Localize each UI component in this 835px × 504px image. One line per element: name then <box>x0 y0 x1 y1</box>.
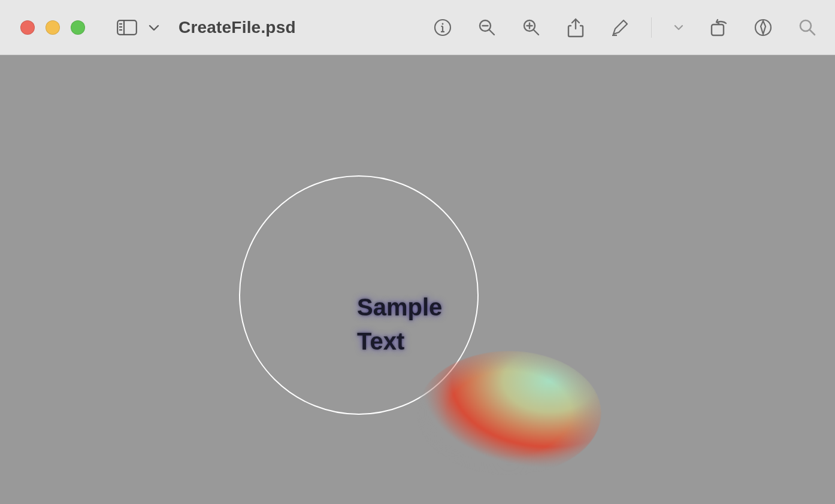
highlight-icon <box>754 19 772 37</box>
sidebar-menu-button[interactable] <box>145 14 163 41</box>
rotate-left-icon <box>710 18 728 37</box>
left-toolbar-group <box>114 14 163 41</box>
info-icon <box>434 19 452 37</box>
highlight-button[interactable] <box>750 14 776 41</box>
toolbar-separator <box>651 17 652 38</box>
share-icon <box>567 17 584 38</box>
window-close-button[interactable] <box>20 20 35 35</box>
zoom-out-button[interactable] <box>474 14 500 41</box>
chevron-down-icon <box>674 25 683 31</box>
svg-line-14 <box>534 30 538 35</box>
window-minimize-button[interactable] <box>46 20 60 35</box>
search-icon <box>798 19 816 37</box>
chevron-down-icon <box>149 24 159 31</box>
svg-point-6 <box>442 23 444 25</box>
window-titlebar: CreateFile.psd <box>0 0 835 55</box>
document-title: CreateFile.psd <box>179 18 296 37</box>
canvas-sample-text: Sample Text <box>357 290 442 359</box>
pencil-icon <box>610 18 630 37</box>
sidebar-icon <box>117 20 137 35</box>
svg-line-11 <box>489 30 494 35</box>
zoom-in-button[interactable] <box>518 14 544 41</box>
sidebar-toggle-button[interactable] <box>114 14 140 41</box>
window-traffic-lights <box>20 20 85 35</box>
window-zoom-button[interactable] <box>71 20 85 35</box>
rotate-left-button[interactable] <box>706 14 732 41</box>
markup-menu-button[interactable] <box>670 14 688 41</box>
right-toolbar-group <box>429 14 821 41</box>
search-button[interactable] <box>794 14 821 41</box>
zoom-out-icon <box>478 19 496 37</box>
svg-rect-19 <box>712 25 724 35</box>
canvas-gradient-ellipse <box>417 351 601 475</box>
share-button[interactable] <box>562 14 589 41</box>
document-canvas[interactable]: Sample Text <box>0 55 835 504</box>
markup-button[interactable] <box>607 14 633 41</box>
info-button[interactable] <box>429 14 456 41</box>
svg-line-22 <box>810 30 815 35</box>
zoom-in-icon <box>522 19 540 37</box>
